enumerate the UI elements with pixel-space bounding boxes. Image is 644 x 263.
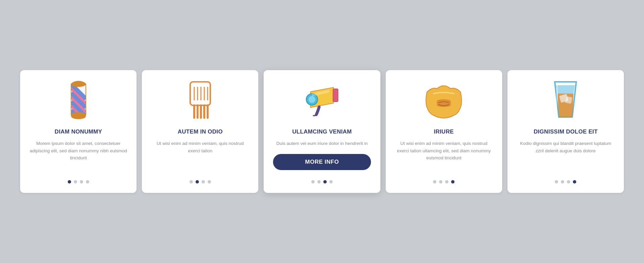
dot bbox=[433, 180, 436, 183]
card-glass: DIGNISSIM DOLOE EIT Kodio dignissim qui … bbox=[507, 70, 624, 193]
card-4-dots bbox=[433, 177, 454, 183]
dot bbox=[555, 180, 558, 183]
beard-icon bbox=[424, 80, 464, 120]
dot bbox=[323, 180, 327, 183]
svg-point-14 bbox=[71, 114, 86, 119]
card-beard: IRIURE Ut wisi enim ad minim veniam, qui… bbox=[386, 70, 502, 193]
svg-rect-32 bbox=[565, 97, 572, 104]
card-1-dots bbox=[68, 177, 89, 183]
cards-container: DIAM NONUMMY Morem ipsum dolor sit amet,… bbox=[20, 70, 624, 193]
dot bbox=[80, 180, 83, 183]
card-2-dots bbox=[190, 177, 211, 183]
dot bbox=[190, 180, 193, 183]
card-comb: AUTEM IN ODIO Ut wisi enim ad minim veni… bbox=[142, 70, 258, 193]
card-5-title: DIGNISSIM DOLOE EIT bbox=[534, 128, 598, 135]
svg-rect-27 bbox=[333, 89, 338, 102]
dot bbox=[68, 180, 71, 183]
dot bbox=[451, 180, 454, 183]
dot bbox=[311, 180, 315, 183]
card-1-title: DIAM NONUMMY bbox=[55, 128, 102, 135]
card-2-title: AUTEM IN ODIO bbox=[178, 128, 223, 135]
card-4-text: Ut wisi enim ad minim veniam, quis nostr… bbox=[395, 140, 493, 170]
card-3-dots bbox=[311, 177, 333, 183]
card-1-text: Morem ipsum dolor sit amet, consectetuer… bbox=[30, 140, 127, 170]
barber-pole-icon bbox=[58, 80, 99, 120]
dot bbox=[567, 180, 570, 183]
dot bbox=[445, 180, 448, 183]
dot bbox=[196, 180, 199, 183]
more-info-button[interactable]: MORE INFO bbox=[273, 154, 371, 170]
dot bbox=[329, 180, 333, 183]
glass-icon bbox=[545, 80, 586, 120]
comb-icon bbox=[180, 80, 220, 120]
card-5-dots bbox=[555, 177, 576, 183]
card-3-title: ULLAMCING VENIAM bbox=[292, 128, 352, 135]
card-barber-pole: DIAM NONUMMY Morem ipsum dolor sit amet,… bbox=[20, 70, 137, 193]
dot bbox=[317, 180, 321, 183]
dot bbox=[561, 180, 564, 183]
dot bbox=[74, 180, 77, 183]
dot bbox=[208, 180, 211, 183]
svg-point-13 bbox=[73, 81, 84, 85]
dot bbox=[86, 180, 89, 183]
hair-dryer-icon bbox=[302, 80, 342, 120]
dot bbox=[439, 180, 442, 183]
card-3-text: Duis autem vel eum iriure dolor in hendr… bbox=[276, 140, 368, 147]
dot bbox=[202, 180, 205, 183]
card-2-text: Ut wisi enim ad minim veniam, quis nostr… bbox=[151, 140, 249, 170]
card-hair-dryer: ULLAMCING VENIAM Duis autem vel eum iriu… bbox=[264, 70, 380, 193]
svg-point-29 bbox=[309, 96, 316, 103]
dot bbox=[573, 180, 576, 183]
card-5-text: Kodio dignissim qui blandit praesent lup… bbox=[517, 140, 614, 170]
card-4-title: IRIURE bbox=[434, 128, 454, 135]
